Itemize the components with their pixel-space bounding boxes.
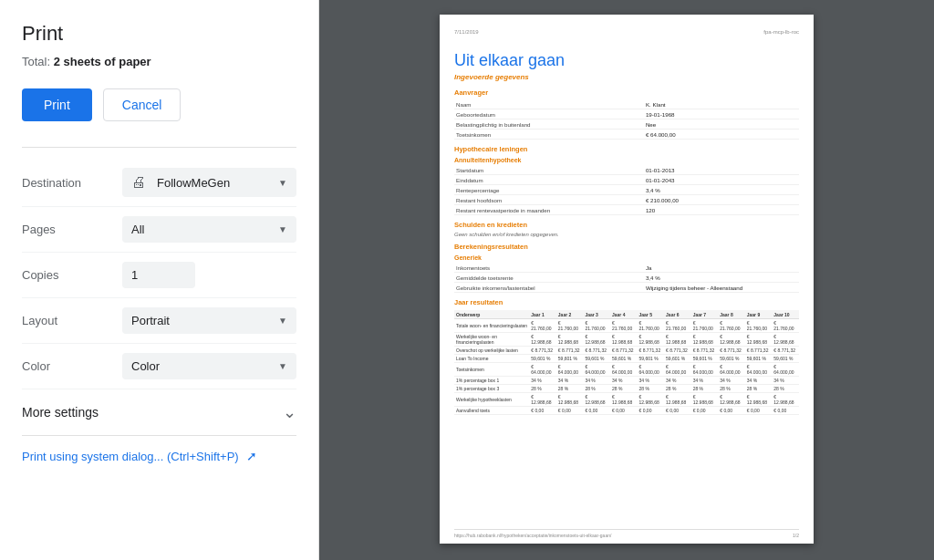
pages-row: Pages All ▼ <box>22 207 296 253</box>
table-row: Belastingplichtig in buitenlandNee <box>454 119 799 130</box>
color-value: Color <box>131 359 160 373</box>
destination-label: Destination <box>22 176 122 190</box>
preview-container: 7/11/2019 fpa-mcp-lb-roc Uit elkaar gaan… <box>319 0 934 560</box>
table-row: InkomentoetsJa <box>454 263 799 273</box>
layout-value: Portrait <box>131 314 170 327</box>
system-dialog-label: Print using system dialog... (Ctrl+Shift… <box>22 450 239 463</box>
table-row: Werkelijke hypotheeklasten€ 12.988,68€ 1… <box>454 393 799 407</box>
doc-header: 7/11/2019 fpa-mcp-lb-roc <box>454 29 799 38</box>
document-preview: 7/11/2019 fpa-mcp-lb-roc Uit elkaar gaan… <box>440 15 814 544</box>
table-row: Gebruikte inkomens/lastentabelWijziging … <box>454 283 799 293</box>
table-row: Startdatum01-01-2013 <box>454 165 799 175</box>
table-row: Aanvullend toets€ 0,00€ 0,00€ 0,00€ 0,00… <box>454 407 799 415</box>
table-row: Einddatum01-01-2043 <box>454 175 799 185</box>
table-row: Totale woon- en financieringslasten€ 21.… <box>454 319 799 333</box>
schulden-note: Geen schulden en/of kredieten opgegeven. <box>454 232 799 237</box>
table-row: Overschot op werkelijke lasten€ 8.771,32… <box>454 347 799 355</box>
table-row: Loan To Income59,601 %59,601 %59,601 %59… <box>454 355 799 363</box>
layout-label: Layout <box>22 314 122 327</box>
table-row: Restant rentevastperiode in maanden120 <box>454 205 799 215</box>
table-row: NaamK. Klant <box>454 99 799 109</box>
copies-label: Copies <box>22 268 122 282</box>
print-title: Print <box>22 22 296 46</box>
more-settings-row[interactable]: More settings ⌄ <box>22 389 296 436</box>
destination-row: Destination 🖨 FollowMeGen ▼ <box>22 159 296 207</box>
copies-control[interactable]: 1 <box>122 262 296 288</box>
more-settings-label: More settings <box>22 405 99 420</box>
copies-input[interactable]: 1 <box>122 262 195 288</box>
subsection-annuiteit: Annuïteitenhypotheek <box>454 157 799 163</box>
print-button[interactable]: Print <box>22 88 92 121</box>
expand-icon: ⌄ <box>283 402 296 422</box>
external-link-icon: ➚ <box>246 449 257 463</box>
pages-value: All <box>131 223 144 236</box>
table-row: Toetsinkomen€ 64.000,00 <box>454 130 799 140</box>
chevron-down-icon: ▼ <box>278 178 287 188</box>
table-row: Geboortedatum19-01-1968 <box>454 109 799 119</box>
color-row: Color Color ▼ <box>22 344 296 389</box>
table-row: Gemiddelde toetsrente3,4 % <box>454 273 799 283</box>
section-hypothecaire: Hypothecaire leningen <box>454 145 799 153</box>
pages-label: Pages <box>22 223 122 236</box>
print-total: Total: 2 sheets of paper <box>22 55 296 68</box>
chevron-down-icon: ▼ <box>278 361 287 371</box>
jaar-table: OnderwerpJaar 1Jaar 2Jaar 3Jaar 4Jaar 5J… <box>454 310 799 415</box>
generiek-table: InkomentoetsJaGemiddelde toetsrente3,4 %… <box>454 263 799 293</box>
footer-url: https://hub.rabobank.nl/hypotheken/accep… <box>454 533 611 538</box>
layout-control[interactable]: Portrait ▼ <box>122 307 296 334</box>
doc-site: fpa-mcp-lb-roc <box>763 29 799 35</box>
color-select[interactable]: Color ▼ <box>122 353 296 379</box>
pages-control[interactable]: All ▼ <box>122 216 296 243</box>
table-row: Werkelijke woon- en financieringslasten€… <box>454 333 799 347</box>
hypotheek-table: Startdatum01-01-2013Einddatum01-01-2043R… <box>454 165 799 215</box>
section-jaar: Jaar resultaten <box>454 298 799 306</box>
system-dialog-row[interactable]: Print using system dialog... (Ctrl+Shift… <box>22 436 296 476</box>
color-label: Color <box>22 359 122 373</box>
destination-select[interactable]: 🖨 FollowMeGen ▼ <box>122 168 296 197</box>
table-row: Rentepercentage3,4 % <box>454 185 799 195</box>
layout-row: Layout Portrait ▼ <box>22 298 296 344</box>
table-row: Toetsinkomen€ 64.000,00€ 64.000,00€ 64.0… <box>454 363 799 377</box>
subsection-generiek: Generiek <box>454 254 799 261</box>
doc-date: 7/11/2019 <box>454 29 479 35</box>
page-number: 1/2 <box>793 533 799 538</box>
doc-subtitle: Ingevoerde gegevens <box>454 73 799 81</box>
color-control[interactable]: Color ▼ <box>122 353 296 379</box>
total-value: 2 sheets of paper <box>54 55 151 68</box>
doc-title: Uit elkaar gaan <box>454 51 799 70</box>
chevron-down-icon: ▼ <box>278 316 287 326</box>
destination-value: FollowMeGen <box>157 176 230 190</box>
total-label: Total: <box>22 55 50 68</box>
section-aanvrager: Aanvrager <box>454 88 799 97</box>
cancel-button[interactable]: Cancel <box>103 88 182 121</box>
action-buttons: Print Cancel <box>22 88 296 121</box>
table-row: Restant hoofdsom€ 210.000,00 <box>454 195 799 205</box>
layout-select[interactable]: Portrait ▼ <box>122 307 296 334</box>
pages-select[interactable]: All ▼ <box>122 216 296 243</box>
doc-footer: https://hub.rabobank.nl/hypotheken/accep… <box>454 529 799 538</box>
destination-control[interactable]: 🖨 FollowMeGen ▼ <box>122 168 296 197</box>
section-berekening: Berekeningsresultaten <box>454 243 799 251</box>
chevron-down-icon: ▼ <box>278 224 287 234</box>
copies-row: Copies 1 <box>22 253 296 298</box>
table-row: 1% percentage box 134 %34 %34 %34 %34 %3… <box>454 377 799 385</box>
printer-icon: 🖨 <box>131 174 146 191</box>
section-schulden: Schulden en kredieten <box>454 221 799 229</box>
print-panel: Print Total: 2 sheets of paper Print Can… <box>0 0 319 560</box>
table-row: 1% percentage box 328 %28 %28 %28 %28 %2… <box>454 385 799 393</box>
aanvrager-table: NaamK. KlantGeboortedatum19-01-1968Belas… <box>454 99 799 140</box>
settings-section: Destination 🖨 FollowMeGen ▼ Pages All ▼ … <box>22 147 296 389</box>
